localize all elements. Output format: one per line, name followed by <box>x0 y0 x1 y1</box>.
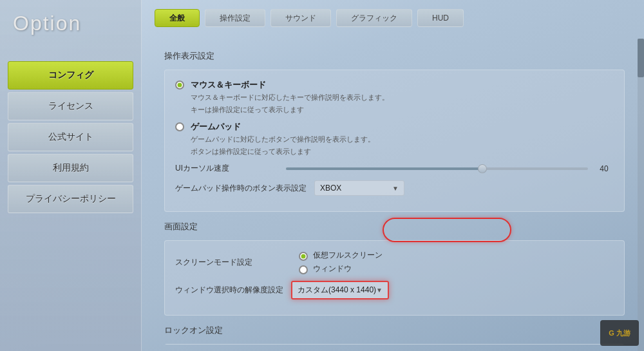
cursor-speed-label: UIカーソル速度 <box>175 163 278 174</box>
scrollbar-thumb[interactable] <box>638 39 644 77</box>
gamepad-button-row: ゲームパッド操作時のボタン表示設定 XBOX ▼ <box>175 180 614 196</box>
gamepad-button-dropdown-arrow: ▼ <box>392 185 399 192</box>
gamepad-radio[interactable] <box>175 122 184 131</box>
sidebar-item-official[interactable]: 公式サイト <box>8 123 133 151</box>
screen-settings-title: 画面設定 <box>164 221 625 232</box>
gamepad-button-dropdown[interactable]: XBOX ▼ <box>314 180 404 196</box>
sidebar-item-license[interactable]: ライセンス <box>8 92 133 120</box>
mouse-keyboard-option[interactable]: マウス＆キーボード マウス＆キーボードに対応したキーで操作説明を表示します。 キ… <box>175 79 614 115</box>
tab-graphics[interactable]: グラフィック <box>336 9 412 27</box>
screen-settings-section: スクリーンモード設定 仮想フルスクリーン ウィンドウ ウィンドウ選択時の解像度設… <box>164 240 625 316</box>
gamepad-desc1: ゲームパッドに対応したボタンで操作説明を表示します。 <box>191 134 375 145</box>
virtual-fullscreen-radio[interactable] <box>299 252 308 261</box>
watermark: G 九游 <box>600 320 639 346</box>
scrollbar-right[interactable] <box>638 39 644 351</box>
window-resolution-dropdown[interactable]: カスタム(3440 x 1440) ▼ <box>291 281 389 299</box>
mouse-keyboard-desc1: マウス＆キーボードに対応したキーで操作説明を表示します。 <box>191 92 389 103</box>
sidebar-item-privacy[interactable]: プライバシーポリシー <box>8 185 133 213</box>
sidebar-item-terms[interactable]: 利用規約 <box>8 154 133 182</box>
gamepad-option[interactable]: ゲームパッド ゲームパッドに対応したボタンで操作説明を表示します。 ボタンは操作… <box>175 121 614 157</box>
window-resolution-dropdown-arrow: ▼ <box>376 287 383 294</box>
tab-bar: 全般 操作設定 サウンド グラフィック HUD <box>155 9 631 27</box>
tab-all[interactable]: 全般 <box>155 9 200 27</box>
screen-mode-options: 仮想フルスクリーン ウィンドウ <box>299 250 383 274</box>
cursor-speed-fill <box>286 167 482 170</box>
gamepad-desc2: ボタンは操作設定に従って表示します <box>191 146 375 157</box>
sidebar: Option コンフィグ ライセンス 公式サイト 利用規約 プライバシーポリシー <box>0 0 142 351</box>
window-resolution-label: ウィンドウ選択時の解像度設定 <box>175 285 283 296</box>
tab-sound[interactable]: サウンド <box>270 9 331 27</box>
cursor-speed-value: 40 <box>594 164 614 173</box>
window-radio[interactable] <box>299 265 308 274</box>
virtual-fullscreen-option[interactable]: 仮想フルスクリーン <box>299 250 383 261</box>
window-option[interactable]: ウィンドウ <box>299 263 383 274</box>
app-title: Option <box>0 0 141 42</box>
sidebar-item-config[interactable]: コンフィグ <box>8 61 133 90</box>
cursor-speed-thumb[interactable] <box>478 164 487 173</box>
operation-display-section: マウス＆キーボード マウス＆キーボードに対応したキーで操作説明を表示します。 キ… <box>164 70 625 212</box>
mouse-keyboard-radio[interactable] <box>175 81 184 90</box>
lock-on-section: ロックオン対象の設定 照準優先 ▼ オートロックオン設定 有効 ▼ <box>164 344 625 345</box>
gamepad-button-label: ゲームパッド操作時のボタン表示設定 <box>175 183 307 194</box>
mouse-keyboard-label: マウス＆キーボード <box>191 79 389 91</box>
lock-on-title: ロックオン設定 <box>164 325 625 336</box>
main-content: 操作表示設定 マウス＆キーボード マウス＆キーボードに対応したキーで操作説明を表… <box>151 39 638 345</box>
cursor-speed-slider-container: 40 <box>286 164 614 173</box>
gamepad-label: ゲームパッド <box>191 121 375 133</box>
tab-controls[interactable]: 操作設定 <box>205 9 265 27</box>
cursor-speed-row: UIカーソル速度 40 <box>175 163 614 174</box>
window-resolution-row: ウィンドウ選択時の解像度設定 カスタム(3440 x 1440) ▼ <box>175 281 614 299</box>
sidebar-nav: コンフィグ ライセンス 公式サイト 利用規約 プライバシーポリシー <box>0 61 141 213</box>
screen-mode-label: スクリーンモード設定 <box>175 257 278 268</box>
screen-mode-row: スクリーンモード設定 仮想フルスクリーン ウィンドウ <box>175 250 614 274</box>
mouse-keyboard-desc2: キーは操作設定に従って表示します <box>191 104 389 115</box>
tab-hud[interactable]: HUD <box>417 9 464 27</box>
cursor-speed-track[interactable] <box>286 167 588 170</box>
operation-display-title: 操作表示設定 <box>164 50 625 62</box>
